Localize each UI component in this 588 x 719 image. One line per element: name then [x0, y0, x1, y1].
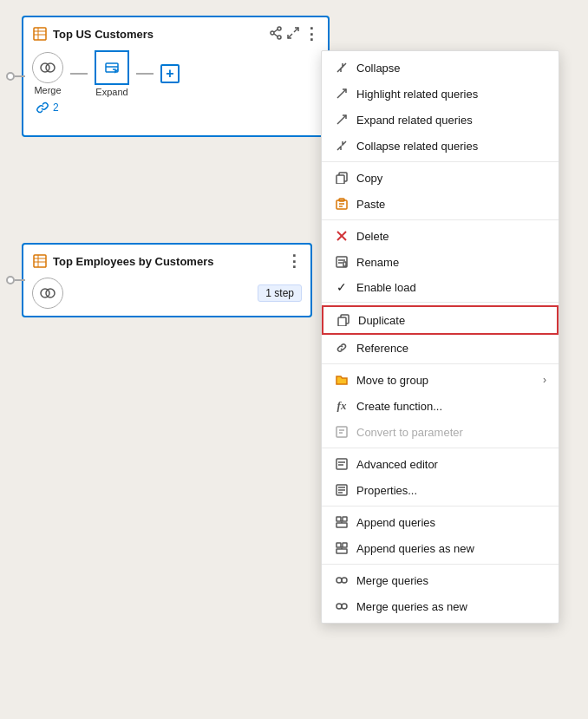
menu-item-rename[interactable]: Rename	[322, 249, 559, 275]
menu-item-expand-related[interactable]: Expand related queries	[322, 107, 559, 133]
append-queries-new-label: Append queries as new	[356, 542, 546, 555]
connector-left-2	[6, 276, 25, 284]
connector-dot-2	[6, 276, 15, 284]
svg-point-57	[342, 578, 347, 583]
menu-item-merge-queries-new[interactable]: Merge queries as new	[322, 593, 559, 619]
editor-icon	[334, 456, 350, 472]
svg-rect-54	[336, 549, 347, 553]
properties-icon	[334, 482, 350, 498]
query-block-2: Top Employees by Customers ⋮ 1 step	[22, 243, 312, 317]
convert-param-label: Convert to parameter	[356, 426, 546, 439]
svg-rect-53	[343, 543, 347, 547]
more-icon[interactable]: ⋮	[304, 24, 319, 43]
block1-actions[interactable]: ⋮	[269, 24, 319, 43]
svg-point-59	[342, 604, 347, 609]
menu-item-duplicate[interactable]: Duplicate	[322, 305, 559, 335]
menu-item-collapse-related[interactable]: Collapse related queries	[322, 133, 559, 159]
table-icon-2	[32, 253, 48, 269]
block1-title-row: Top US Customers ⋮	[32, 24, 319, 43]
menu-item-advanced-editor[interactable]: Advanced editor	[322, 451, 559, 477]
menu-item-convert-param: Convert to parameter	[322, 419, 559, 445]
svg-rect-37	[338, 317, 346, 326]
paste-icon	[334, 196, 350, 212]
merge-queries-label: Merge queries	[356, 574, 546, 587]
checkmark-icon: ✓	[334, 280, 350, 294]
menu-item-reference[interactable]: Reference	[322, 335, 559, 361]
duplicate-label: Duplicate	[358, 314, 545, 327]
menu-item-delete[interactable]: Delete	[322, 223, 559, 249]
more-icon-2[interactable]: ⋮	[286, 252, 302, 271]
enable-load-label: Enable load	[356, 281, 546, 294]
block2-title: Top Employees by Customers	[53, 255, 213, 268]
svg-point-20	[46, 289, 55, 297]
highlight-label: Highlight related queries	[356, 88, 546, 101]
duplicate-icon	[336, 312, 351, 328]
menu-item-copy[interactable]: Copy	[322, 165, 559, 191]
merge-queries-new-icon	[334, 598, 350, 614]
menu-item-merge-queries[interactable]: Merge queries	[322, 567, 559, 593]
expand-icon[interactable]	[286, 26, 300, 42]
menu-item-paste[interactable]: Paste	[322, 191, 559, 217]
menu-item-enable-load[interactable]: ✓ Enable load	[322, 275, 559, 299]
add-step-button[interactable]: +	[160, 64, 180, 83]
svg-rect-48	[336, 517, 341, 521]
advanced-editor-label: Advanced editor	[356, 458, 546, 471]
step-connector-2	[136, 73, 154, 75]
svg-line-23	[337, 115, 346, 124]
highlight-icon	[334, 86, 350, 101]
menu-item-collapse[interactable]: Collapse	[322, 55, 559, 81]
merge-step[interactable]: Merge	[32, 52, 63, 95]
move-to-group-label: Move to group	[356, 374, 536, 387]
append-queries-label: Append queries	[356, 516, 546, 529]
merge-circle[interactable]	[32, 52, 63, 83]
append-queries-icon	[334, 514, 350, 530]
paste-label: Paste	[356, 198, 546, 211]
param-icon	[334, 424, 350, 440]
svg-point-12	[46, 63, 55, 72]
function-icon: fx	[334, 398, 350, 414]
context-menu: Collapse Highlight related queries Expan…	[321, 50, 559, 624]
collapse-related-icon	[334, 138, 350, 154]
menu-item-append-queries[interactable]: Append queries	[322, 509, 559, 535]
table-icon	[32, 26, 48, 42]
svg-point-5	[271, 31, 274, 35]
svg-line-7	[274, 29, 278, 32]
share-icon[interactable]	[269, 26, 283, 42]
copy-icon	[334, 170, 350, 186]
menu-item-move-to-group[interactable]: Move to group ›	[322, 367, 559, 393]
svg-rect-38	[336, 427, 347, 437]
link-badge: 2	[36, 101, 319, 114]
menu-item-highlight[interactable]: Highlight related queries	[322, 81, 559, 107]
reference-icon	[334, 340, 350, 356]
expand-related-icon	[334, 112, 350, 127]
delete-icon	[334, 228, 350, 244]
separator-4	[322, 363, 559, 364]
svg-line-22	[337, 89, 346, 98]
connector-line	[15, 75, 25, 77]
svg-rect-0	[34, 28, 46, 40]
submenu-arrow-icon: ›	[543, 374, 546, 386]
connector-line-2	[15, 279, 25, 281]
connector-dot	[6, 72, 15, 81]
link-count: 2	[53, 101, 59, 114]
svg-line-8	[274, 34, 278, 36]
menu-item-properties[interactable]: Properties...	[322, 477, 559, 503]
expand-related-label: Expand related queries	[356, 114, 546, 127]
block2-body: 1 step	[32, 278, 302, 309]
svg-point-58	[336, 604, 342, 609]
collapse-label: Collapse	[356, 62, 546, 75]
merge-circle-2[interactable]	[32, 278, 63, 309]
expand-box[interactable]	[95, 50, 129, 85]
separator-5	[322, 448, 559, 448]
menu-item-create-function[interactable]: fx Create function...	[322, 393, 559, 419]
expand-step[interactable]: Expand	[95, 50, 129, 97]
menu-item-append-queries-new[interactable]: Append queries as new	[322, 535, 559, 561]
block2-title-row: Top Employees by Customers ⋮	[32, 252, 302, 271]
block1-title: Top US Customers	[53, 28, 154, 41]
svg-point-6	[278, 36, 281, 39]
svg-rect-41	[336, 459, 347, 469]
properties-label: Properties...	[356, 484, 546, 497]
collapse-related-label: Collapse related queries	[356, 140, 546, 153]
svg-rect-52	[336, 543, 341, 547]
folder-icon	[334, 372, 350, 388]
